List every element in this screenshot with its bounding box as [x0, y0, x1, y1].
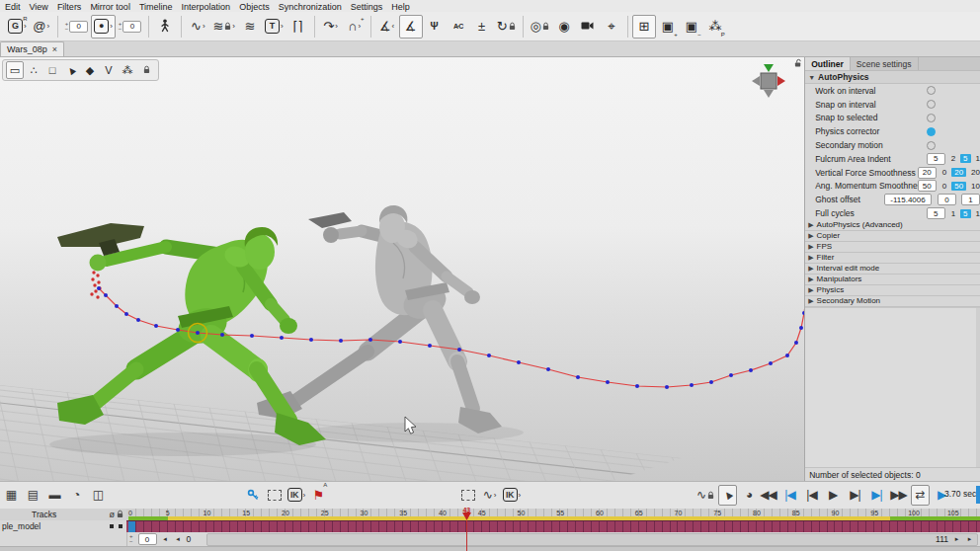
- viewport-3d[interactable]: ▭∴□▲◆V⁂: [0, 57, 804, 481]
- trajectory-point[interactable]: [97, 286, 101, 290]
- toggle-work-on-interval[interactable]: [927, 86, 936, 95]
- option-value[interactable]: 5: [960, 154, 970, 163]
- trajectory-point[interactable]: [115, 304, 119, 308]
- option-value[interactable]: 2: [951, 154, 955, 163]
- track-lock-toggle[interactable]: [119, 524, 122, 528]
- graph-mode[interactable]: GR›: [5, 15, 30, 39]
- input-full-cycles[interactable]: 5: [927, 207, 945, 219]
- trajectory-point[interactable]: [368, 338, 372, 342]
- add-interval-button[interactable]: ▦: [2, 485, 21, 506]
- interpolation-curve-button[interactable]: ∿›: [186, 15, 209, 39]
- option-value[interactable]: 1: [951, 209, 955, 218]
- option-value[interactable]: 0: [938, 194, 956, 205]
- trajectory-point[interactable]: [196, 331, 200, 335]
- playhead-line[interactable]: [466, 520, 467, 551]
- option-value[interactable]: 0: [942, 182, 946, 191]
- trajectory-point[interactable]: [398, 340, 402, 344]
- physics-trajectory-button[interactable]: ∿: [695, 485, 715, 506]
- axis-gizmo[interactable]: [747, 59, 790, 101]
- prev-frame-button[interactable]: |◀: [802, 485, 821, 506]
- point-controllers-tool-button[interactable]: ∴: [25, 61, 42, 79]
- trajectory-point[interactable]: [665, 385, 669, 389]
- frame-select2-button[interactable]: [458, 485, 477, 506]
- trajectory-point[interactable]: [104, 293, 108, 297]
- scene-tab[interactable]: Wars_08p ×: [0, 41, 64, 56]
- pin-add-button[interactable]: ±: [470, 15, 494, 39]
- frame-select-button[interactable]: [265, 485, 284, 506]
- split-interval-button[interactable]: ◫: [89, 485, 108, 506]
- frame-offset-input[interactable]: 0: [138, 533, 157, 545]
- filter-curve-button[interactable]: ∿›: [480, 485, 499, 506]
- camera-button[interactable]: [576, 15, 600, 39]
- trajectory-point[interactable]: [517, 360, 521, 364]
- toggle-snap-on-interval[interactable]: [927, 100, 936, 109]
- menu-synchronization[interactable]: Synchronization: [279, 2, 342, 12]
- rewind-button[interactable]: ◀◀: [759, 485, 777, 506]
- menu-edit[interactable]: Edit: [5, 2, 21, 12]
- wireframe-tool-button[interactable]: □: [43, 61, 61, 79]
- pin-ac[interactable]: A·C: [447, 15, 470, 39]
- render-view-tool-button[interactable]: ▭: [6, 61, 24, 79]
- fast-forward-button[interactable]: ▶▶: [889, 485, 908, 506]
- interval-spin-left-value[interactable]: 0: [69, 21, 88, 33]
- cycle-timer-button[interactable]: ↻: [494, 15, 519, 39]
- trajectory-point[interactable]: [794, 341, 798, 345]
- menu-filters[interactable]: Filters: [57, 2, 82, 12]
- interval-spin-left[interactable]: +−0: [62, 15, 92, 39]
- node-point-button[interactable]: ⁂P: [703, 15, 727, 39]
- ghost-character[interactable]: [257, 205, 502, 433]
- trajectory-point[interactable]: [769, 361, 773, 365]
- rotate-interpolation-button[interactable]: ↷›: [319, 15, 343, 39]
- camera-lock-icon[interactable]: [794, 58, 802, 70]
- view-lock-button[interactable]: [137, 61, 155, 79]
- autophysics-section-header[interactable]: ▼ AutoPhysics: [805, 71, 980, 84]
- option-value[interactable]: 0: [942, 168, 946, 177]
- curves-flow-button[interactable]: ≋: [238, 15, 262, 39]
- clipped-button[interactable]: [976, 486, 980, 504]
- section-physics[interactable]: ▶Physics: [805, 285, 980, 296]
- input-ghost-offset[interactable]: -115.4006: [884, 194, 932, 205]
- option-value[interactable]: 20: [971, 168, 980, 177]
- focus-frame-button[interactable]: ⌖: [600, 15, 623, 39]
- trajectory-point[interactable]: [176, 328, 180, 332]
- trajectory-point[interactable]: [785, 354, 789, 357]
- timeline-scrollbar[interactable]: 111 ▸ ▸: [206, 533, 978, 546]
- visualizer-tool-button[interactable]: V: [100, 61, 118, 79]
- selection-cursor-button[interactable]: ▲: [718, 485, 737, 506]
- trajectory-point[interactable]: [576, 375, 580, 379]
- panel-tab-scene-settings[interactable]: Scene settings: [851, 57, 919, 70]
- option-value[interactable]: 20: [951, 168, 966, 177]
- ghost-back-button[interactable]: ∡‹: [375, 15, 399, 39]
- interval-spin-right[interactable]: +−0: [116, 15, 145, 39]
- trajectory-point[interactable]: [136, 318, 140, 322]
- menu-interpolation[interactable]: Interpolation: [182, 2, 231, 12]
- step-back2-button[interactable]: ◂: [174, 535, 183, 544]
- toggle-secondary-motion[interactable]: [927, 141, 936, 150]
- grid-view-button[interactable]: ⊞: [632, 15, 656, 39]
- trajectory-point[interactable]: [802, 311, 804, 315]
- green-character[interactable]: [57, 223, 326, 445]
- remove-interval-button[interactable]: ▤: [24, 485, 42, 506]
- ik-mode-button[interactable]: IK›: [286, 485, 306, 506]
- lock-icon[interactable]: [117, 510, 123, 520]
- trajectory-point[interactable]: [457, 348, 461, 352]
- play-button[interactable]: ▶: [824, 485, 843, 506]
- ik-mode2-button[interactable]: IK›: [502, 485, 522, 506]
- panel-tab-outliner[interactable]: Outliner: [805, 57, 851, 70]
- trajectory-point[interactable]: [154, 324, 158, 328]
- fill-interval-button[interactable]: ▬: [45, 485, 64, 506]
- menu-view[interactable]: View: [30, 2, 48, 12]
- trajectory-point[interactable]: [124, 312, 128, 316]
- trajectory-point[interactable]: [690, 383, 694, 387]
- frame-cells[interactable]: [126, 520, 980, 532]
- scene-canvas[interactable]: [0, 57, 804, 481]
- step-back-button[interactable]: ◂: [161, 535, 170, 544]
- section-manipulators[interactable]: ▶Manipulators: [805, 275, 980, 285]
- minus-icon[interactable]: −: [129, 539, 133, 544]
- menu-help[interactable]: Help: [391, 2, 410, 12]
- track-mute-toggle[interactable]: [110, 524, 114, 528]
- close-icon[interactable]: ×: [52, 44, 57, 54]
- interval-spin-right-value[interactable]: 0: [122, 21, 141, 33]
- playhead-marker[interactable]: 43: [462, 512, 471, 520]
- character-walk-button[interactable]: [153, 15, 177, 39]
